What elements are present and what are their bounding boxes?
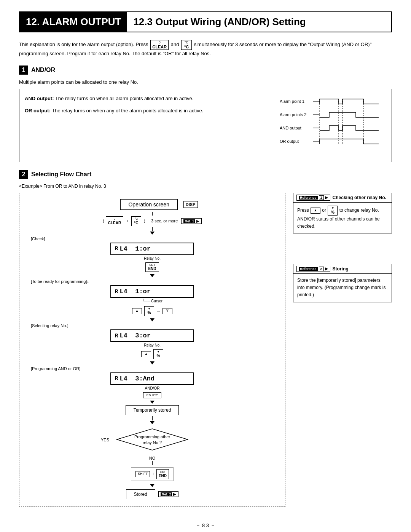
- section2-num: 2: [19, 170, 28, 179]
- or-output-text: OR output: The relay turns on when any o…: [25, 107, 272, 115]
- screen2-text: L4 1:or: [119, 288, 151, 295]
- andor-left: AND output: The relay turns on when all …: [25, 94, 272, 157]
- programming-label: [Programming AND or OR]: [31, 366, 285, 371]
- and-text: and: [171, 42, 180, 47]
- svg-text:Alarm point 1: Alarm point 1: [280, 99, 304, 104]
- f-key: °F: [162, 308, 172, 314]
- stored-row: Stored Ref. 2 ▶: [126, 489, 179, 499]
- temp-stored-box: Temporarily stored: [126, 405, 179, 415]
- set-end-key: SETEND: [145, 262, 159, 272]
- clear-key: 0 CLEAR: [150, 40, 169, 50]
- andor-explanation-box: AND output: The relay turns on when all …: [19, 89, 392, 162]
- and-output-text: AND output: The relay turns on when all …: [25, 94, 272, 103]
- up-key: ▲: [132, 308, 142, 314]
- ref2-badge: Ref. 2 ▶: [158, 491, 179, 497]
- page-footer: － 8 3 －: [19, 522, 392, 529]
- ref2-box: Reference 2 ▶ Storing Store the [tempora…: [293, 264, 392, 302]
- screen4-text: L4 3:And: [119, 375, 155, 382]
- down-key: ▼%: [144, 306, 154, 316]
- relay-no-label1: Relay No.: [144, 256, 161, 260]
- flow-diagram: Operation screen DISP ( 0CLEAR + °C°C ) …: [19, 193, 285, 507]
- section1-subtitle: Multiple alarm points can be allocated t…: [19, 79, 392, 85]
- check-label: [Check]: [31, 236, 285, 241]
- example-text: <Example> From OR to AND in relay No. 3: [19, 184, 392, 189]
- screen3-text: L4 3:or: [119, 332, 151, 339]
- flow-reference-area: Operation screen DISP ( 0CLEAR + °C°C ) …: [19, 193, 392, 507]
- andor-label: AND/OR: [145, 386, 160, 390]
- waveform-diagram: Alarm point 1 Alarm points 2 AND output …: [280, 94, 386, 157]
- section1-header: 1 AND/OR: [19, 66, 392, 75]
- ref2-header: Reference 2 ▶ Storing: [293, 264, 392, 274]
- flow-main: Operation screen DISP ( 0CLEAR + °C°C ) …: [25, 199, 279, 501]
- intro-paragraph: This explanation is only for the alarm o…: [19, 40, 392, 58]
- svg-text:Programming other: Programming other: [134, 435, 170, 439]
- keys-clear-c: ( 0CLEAR + °C°C ) 3 sec. or more Ref. 1 …: [103, 216, 202, 226]
- ref1-badge: Ref. 1 ▶: [181, 218, 202, 224]
- c-key: °C °C: [181, 40, 192, 50]
- chapter-number: 12. ALARM OUTPUT: [20, 12, 127, 32]
- svg-text:OR output: OR output: [280, 139, 299, 144]
- yes-label: YES: [101, 438, 109, 442]
- ref2-title: Storing: [333, 266, 349, 272]
- set-end-key2: SETEND: [156, 469, 169, 479]
- page-header: 12. ALARM OUTPUT 12.3 Output Wiring (AND…: [19, 11, 392, 32]
- svg-marker-12: [117, 429, 188, 450]
- shift-key: SHIFT: [135, 471, 150, 477]
- screen1-display: R L4 1:or: [110, 243, 194, 255]
- relay-no-label2: Relay No.: [144, 343, 161, 347]
- screen2-display: R L4 1:or: [110, 285, 194, 298]
- disp-key: DISP: [183, 201, 198, 208]
- ref1-title: Checking other relay No.: [333, 195, 386, 200]
- section1-title: AND/OR: [31, 67, 55, 73]
- section2-title: Selecting Flow Chart: [31, 171, 91, 178]
- pct-key-ref: ▼%: [328, 206, 338, 216]
- nav-keys-row2: ▲ ▼%: [141, 349, 164, 359]
- screen4-display: R L4 3:And: [110, 372, 194, 385]
- ref1-body: Press ▲ or ▼% to change relay No. AND/OR…: [293, 203, 392, 233]
- no-label: NO: [149, 456, 156, 460]
- svg-text:Alarm points 2: Alarm points 2: [280, 112, 306, 117]
- section1-num: 1: [19, 66, 28, 75]
- intro-text1: This explanation is only for the alarm o…: [19, 42, 150, 47]
- sec-note: 3 sec. or more: [151, 219, 178, 223]
- cursor-label: └── Cursor: [142, 299, 162, 303]
- nav-keys-row1: ▲ ▼% → °F: [132, 306, 173, 316]
- c-key-flow: °C°C: [131, 216, 141, 226]
- ref1-header: Reference 1 ▶ Checking other relay No.: [293, 193, 392, 203]
- plus-sign: +: [152, 471, 155, 477]
- svg-text:AND output: AND output: [280, 126, 301, 130]
- ref1-header-badge: Reference 1 ▶: [296, 195, 330, 201]
- diamond-container: YES Programming other relay No.?: [116, 427, 188, 454]
- screen1-text: L4 1:or: [119, 245, 151, 252]
- up-key2: ▲: [141, 351, 151, 357]
- up-key-ref: ▲: [311, 208, 320, 214]
- set-end-row: SETEND: [145, 262, 159, 272]
- section-title: 12.3 Output Wiring (AND/OR) Setting: [127, 12, 312, 32]
- ref2-body: Store the [temporarily stored] parameter…: [293, 274, 392, 302]
- entry-key: ENTRY: [143, 392, 161, 398]
- stored-box: Stored: [126, 489, 155, 499]
- screen3-display: R L4 3:or: [110, 329, 194, 342]
- svg-text:relay No.?: relay No.?: [143, 440, 162, 445]
- section2-header: 2 Selecting Flow Chart: [19, 170, 392, 179]
- operation-screen-box: Operation screen: [120, 199, 177, 210]
- entry-row: ENTRY: [143, 392, 162, 398]
- ref1-box: Reference 1 ▶ Checking other relay No. P…: [293, 193, 392, 233]
- shift-setend-row: SHIFT + SETEND: [131, 467, 174, 481]
- ref2-header-badge: Reference 2 ▶: [296, 266, 330, 272]
- waveform-svg: Alarm point 1 Alarm points 2 AND output …: [280, 94, 379, 155]
- selecting-label: [Selecting relay No.]: [31, 323, 285, 328]
- ready-label: [To be ready for programming]↓: [31, 279, 285, 284]
- clear-key-flow: 0CLEAR: [106, 216, 123, 226]
- diamond-shape: Programming other relay No.?: [116, 428, 188, 451]
- down-key2: ▼%: [153, 349, 163, 359]
- flow-refs: Reference 1 ▶ Checking other relay No. P…: [293, 193, 392, 507]
